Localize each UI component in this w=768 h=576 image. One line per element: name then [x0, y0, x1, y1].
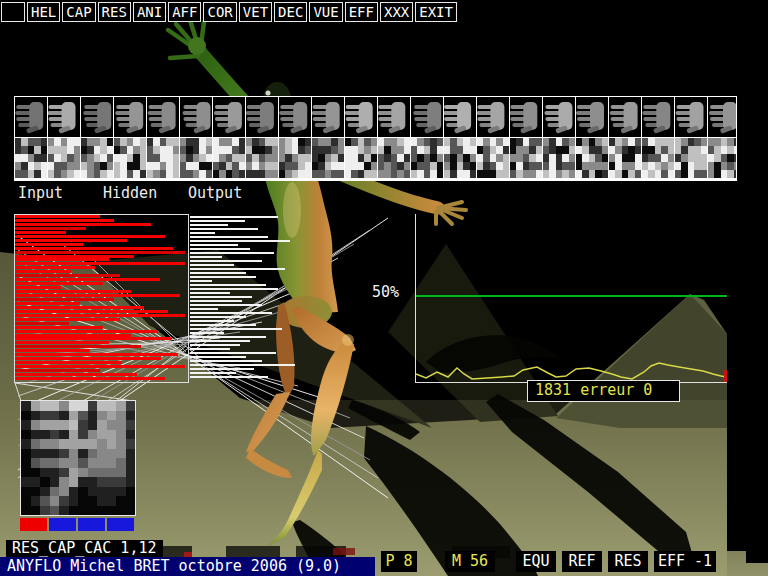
hand-thumbnail[interactable]	[576, 97, 608, 137]
pixel-thumbnail[interactable]	[642, 138, 674, 178]
pixel-thumbnail[interactable]	[279, 138, 311, 178]
input-bar	[15, 278, 160, 281]
zoom-pixel	[126, 468, 136, 478]
hidden-bar	[190, 308, 218, 310]
status-button-eff-1[interactable]: EFF -1	[654, 551, 716, 572]
zoom-pixel	[78, 487, 88, 497]
status-button-res[interactable]: RES	[608, 551, 648, 572]
hand-thumbnail[interactable]	[180, 97, 212, 137]
pixel-thumbnail[interactable]	[444, 138, 476, 178]
pixel-thumbnail[interactable]	[543, 138, 575, 178]
zoom-pixel	[69, 477, 79, 487]
hidden-bar	[190, 296, 252, 298]
zoom-pixel	[69, 487, 79, 497]
zoom-pixel	[59, 430, 69, 440]
hand-thumbnail[interactable]	[213, 97, 245, 137]
hand-thumbnail[interactable]	[81, 97, 113, 137]
pixel-thumbnail[interactable]	[180, 138, 212, 178]
hidden-bar	[190, 364, 295, 366]
menu-item-aff[interactable]: AFF	[168, 2, 201, 22]
sample-strip	[14, 96, 737, 181]
hand-thumbnail[interactable]	[114, 97, 146, 137]
menu-item-xxx[interactable]: XXX	[380, 2, 413, 22]
pixel-thumbnail[interactable]	[246, 138, 278, 178]
hidden-bar	[190, 372, 236, 374]
zoom-preview-panel	[20, 400, 136, 531]
menu-item-vet[interactable]: VET	[239, 2, 272, 22]
pixel-thumbnail[interactable]	[81, 138, 113, 178]
hand-thumbnail[interactable]	[543, 97, 575, 137]
menu-item-vue[interactable]: VUE	[309, 2, 342, 22]
zoom-pixel	[31, 420, 41, 430]
input-bar	[15, 266, 95, 269]
hand-thumbnail[interactable]	[48, 97, 80, 137]
input-bar	[15, 239, 127, 242]
zoom-pixel	[78, 506, 88, 516]
menu-item-ani[interactable]: ANI	[133, 2, 166, 22]
hand-thumbnail[interactable]	[675, 97, 707, 137]
pixel-thumbnail[interactable]	[15, 138, 47, 178]
hand-thumbnail[interactable]	[642, 97, 674, 137]
zoom-pixel	[40, 458, 50, 468]
pixel-thumbnail[interactable]	[411, 138, 443, 178]
hand-thumbnail[interactable]	[708, 97, 737, 137]
hidden-bar	[190, 244, 238, 246]
menu-item-dec[interactable]: DEC	[274, 2, 307, 22]
zoom-pixel	[107, 439, 117, 449]
pixel-thumbnail[interactable]	[510, 138, 542, 178]
hand-thumbnail[interactable]	[147, 97, 179, 137]
hand-thumbnail[interactable]	[378, 97, 410, 137]
menu-item-hel[interactable]: HEL	[27, 2, 60, 22]
zoom-pixel	[107, 449, 117, 459]
hand-thumbnail[interactable]	[477, 97, 509, 137]
status-button-equ[interactable]: EQU	[516, 551, 556, 572]
pixel-thumbnail[interactable]	[675, 138, 707, 178]
input-bar	[15, 290, 131, 293]
pixel-thumbnail[interactable]	[213, 138, 245, 178]
status-button-ref[interactable]: REF	[562, 551, 602, 572]
pixel-thumbnail[interactable]	[312, 138, 344, 178]
hidden-bar	[190, 288, 278, 290]
pixel-thumbnail[interactable]	[114, 138, 146, 178]
hand-thumbnail[interactable]	[411, 97, 443, 137]
zoom-pixel	[59, 506, 69, 516]
input-bar	[15, 326, 103, 329]
pixel-thumbnail[interactable]	[48, 138, 80, 178]
hand-thumbnail[interactable]	[312, 97, 344, 137]
zoom-pixel	[69, 458, 79, 468]
menu-item-cor[interactable]: COR	[203, 2, 236, 22]
pixel-thumbnail[interactable]	[609, 138, 641, 178]
menu-item-exit[interactable]: EXIT	[415, 2, 457, 22]
zoom-pixel	[69, 439, 79, 449]
input-bar	[15, 357, 161, 360]
hand-thumbnail[interactable]	[444, 97, 476, 137]
hand-thumbnail[interactable]	[345, 97, 377, 137]
zoom-pixel	[21, 439, 31, 449]
zoom-pixel	[97, 430, 107, 440]
pixel-thumbnail[interactable]	[477, 138, 509, 178]
menu-item-eff[interactable]: EFF	[345, 2, 378, 22]
hidden-bar	[190, 284, 266, 286]
zoom-pixel	[50, 439, 60, 449]
input-bar	[15, 235, 165, 238]
right-black-band	[727, 0, 768, 551]
pixel-thumbnail[interactable]	[345, 138, 377, 178]
pixel-thumbnail[interactable]	[147, 138, 179, 178]
pixel-thumbnail[interactable]	[708, 138, 737, 178]
hand-thumbnail[interactable]	[279, 97, 311, 137]
hand-thumbnail[interactable]	[15, 97, 47, 137]
input-bar	[15, 337, 171, 340]
hand-thumbnail[interactable]	[510, 97, 542, 137]
pixel-thumbnail[interactable]	[378, 138, 410, 178]
hand-thumbnail[interactable]	[246, 97, 278, 137]
hand-thumbnail[interactable]	[609, 97, 641, 137]
layer-label-hidden: Hidden	[103, 184, 157, 202]
hidden-bar	[190, 324, 256, 326]
pixel-thumbnail[interactable]	[576, 138, 608, 178]
zoom-pixel	[78, 496, 88, 506]
menu-item-res[interactable]: RES	[98, 2, 131, 22]
zoom-pixel	[31, 401, 41, 411]
menu-item-cap[interactable]: CAP	[62, 2, 95, 22]
hidden-bar	[190, 228, 258, 230]
zoom-preview-image	[20, 400, 136, 516]
